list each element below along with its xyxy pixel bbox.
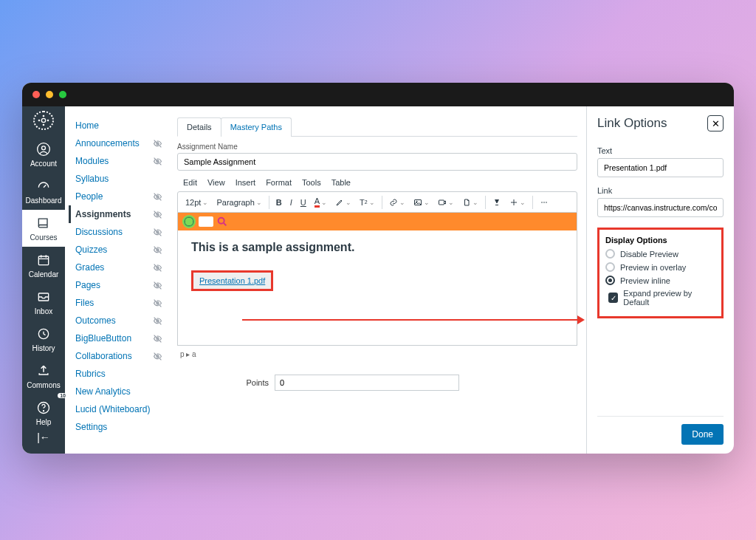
highlighted-link-box: Presentation 1.pdf bbox=[191, 270, 273, 291]
nav-label: Commons bbox=[27, 381, 61, 389]
link-icon[interactable] bbox=[386, 196, 408, 208]
svg-point-27 bbox=[513, 202, 515, 203]
file-link[interactable]: Presentation 1.pdf bbox=[199, 276, 265, 285]
course-nav-item[interactable]: Quizzes bbox=[75, 241, 168, 259]
collapse-nav-icon[interactable]: |← bbox=[37, 431, 50, 454]
apps-icon[interactable] bbox=[506, 196, 529, 208]
element-path[interactable]: p ▸ a bbox=[177, 350, 577, 358]
editor-menu-item[interactable]: Insert bbox=[236, 178, 256, 187]
nav-courses[interactable]: Courses bbox=[22, 210, 65, 247]
italic-icon[interactable]: I bbox=[287, 196, 295, 208]
course-nav-item[interactable]: BigBlueButton bbox=[75, 329, 168, 347]
hidden-eye-icon bbox=[153, 192, 162, 202]
underline-icon[interactable]: U bbox=[298, 196, 309, 208]
nav-account[interactable]: Account bbox=[22, 136, 65, 173]
editor-menu-item[interactable]: Table bbox=[331, 178, 351, 187]
window-minimize-icon[interactable] bbox=[46, 91, 53, 98]
document-icon[interactable] bbox=[459, 196, 481, 208]
radio-icon bbox=[605, 276, 615, 285]
course-nav-item[interactable]: Home bbox=[75, 117, 168, 134]
course-nav-label: Collaborations bbox=[75, 351, 132, 361]
done-button[interactable]: Done bbox=[681, 424, 724, 445]
link-text-input[interactable] bbox=[597, 158, 724, 177]
annotation-arrow-head bbox=[577, 315, 585, 324]
clear-format-icon[interactable] bbox=[489, 196, 504, 208]
window-close-icon[interactable] bbox=[32, 91, 40, 98]
course-nav-item[interactable]: Assignments bbox=[69, 205, 168, 223]
editor-content[interactable]: This is a sample assignment. Presentatio… bbox=[178, 230, 577, 301]
course-nav-label: Files bbox=[75, 298, 94, 308]
course-nav-item[interactable]: Modules bbox=[75, 152, 168, 170]
link-url-input[interactable] bbox=[597, 198, 724, 217]
course-nav-item[interactable]: Settings bbox=[75, 418, 168, 436]
option-expand-default[interactable]: ✓ Expand preview by Default bbox=[608, 289, 715, 307]
tab-mastery-paths[interactable]: Mastery Paths bbox=[221, 117, 292, 137]
option-preview-inline[interactable]: Preview inline bbox=[605, 276, 715, 285]
course-nav-label: Discussions bbox=[75, 227, 123, 237]
course-nav-item[interactable]: Grades bbox=[75, 259, 168, 276]
course-nav-item[interactable]: Files bbox=[75, 294, 168, 312]
nav-history[interactable]: History bbox=[22, 321, 65, 358]
hidden-eye-icon bbox=[153, 139, 162, 148]
more-icon[interactable] bbox=[537, 196, 551, 208]
window-titlebar bbox=[22, 83, 734, 106]
checkbox-icon: ✓ bbox=[608, 293, 618, 303]
course-nav-label: Rubrics bbox=[75, 369, 106, 379]
course-nav-item[interactable]: Collaborations bbox=[75, 347, 168, 365]
block-format-dropdown[interactable]: Paragraph bbox=[213, 196, 264, 208]
separator bbox=[269, 196, 269, 209]
editor-body[interactable]: This is a sample assignment. Presentatio… bbox=[177, 213, 577, 346]
course-nav-item[interactable]: Announcements bbox=[75, 134, 168, 152]
course-nav-label: BigBlueButton bbox=[75, 333, 131, 344]
main-content: Details Mastery Paths Assignment Name Ed… bbox=[168, 106, 586, 454]
assignment-name-input[interactable] bbox=[177, 153, 577, 171]
editor-menu-item[interactable]: View bbox=[207, 178, 225, 187]
nav-commons[interactable]: Commons bbox=[22, 358, 65, 394]
svg-point-3 bbox=[38, 120, 39, 120]
nav-dashboard[interactable]: Dashboard bbox=[22, 173, 65, 210]
nav-label: Inbox bbox=[35, 307, 52, 315]
course-nav-label: Pages bbox=[75, 280, 100, 290]
course-nav-item[interactable]: Lucid (Whiteboard) bbox=[75, 400, 168, 418]
panel-title: Link Options bbox=[597, 116, 667, 131]
svg-point-4 bbox=[47, 120, 48, 120]
user-circle-icon bbox=[35, 141, 52, 157]
nav-inbox[interactable]: Inbox bbox=[22, 284, 65, 321]
option-disable-preview[interactable]: Disable Preview bbox=[605, 249, 715, 259]
option-preview-overlay[interactable]: Preview in overlay bbox=[605, 262, 715, 272]
assignment-heading: This is a sample assignment. bbox=[191, 241, 563, 254]
course-nav-item[interactable]: New Analytics bbox=[75, 383, 168, 400]
nav-label: History bbox=[32, 344, 55, 352]
option-label: Preview in overlay bbox=[620, 263, 686, 272]
window-maximize-icon[interactable] bbox=[59, 91, 66, 98]
media-icon[interactable] bbox=[435, 196, 457, 208]
nav-calendar[interactable]: Calendar bbox=[22, 247, 65, 284]
calendar-icon bbox=[35, 252, 52, 268]
font-size-dropdown[interactable]: 12pt bbox=[182, 196, 211, 208]
tab-details[interactable]: Details bbox=[177, 117, 221, 137]
course-nav-item[interactable]: People bbox=[75, 188, 168, 205]
radio-icon bbox=[605, 249, 615, 259]
nav-help[interactable]: 10 Help bbox=[22, 394, 65, 431]
bold-icon[interactable]: B bbox=[273, 196, 285, 208]
editor-menu-item[interactable]: Tools bbox=[302, 178, 321, 187]
text-color-icon[interactable]: A bbox=[312, 195, 330, 209]
editor-menu-item[interactable]: Format bbox=[266, 178, 292, 187]
option-label: Disable Preview bbox=[620, 250, 678, 259]
course-nav-item[interactable]: Rubrics bbox=[75, 365, 168, 383]
svg-point-29 bbox=[543, 202, 545, 203]
close-panel-button[interactable]: ✕ bbox=[707, 115, 724, 131]
points-input[interactable] bbox=[275, 375, 459, 391]
highlight-color-icon[interactable] bbox=[332, 196, 354, 208]
global-nav: Account Dashboard Courses Calendar Inbox… bbox=[22, 106, 65, 454]
nav-label: Courses bbox=[30, 233, 57, 242]
course-nav-item[interactable]: Syllabus bbox=[75, 170, 168, 188]
image-icon[interactable] bbox=[410, 196, 433, 208]
editor-toolbar: 12pt Paragraph B I U A T2 bbox=[177, 191, 577, 213]
superscript-icon[interactable]: T2 bbox=[357, 196, 378, 208]
editor-menu-item[interactable]: Edit bbox=[183, 178, 197, 187]
course-nav-item[interactable]: Pages bbox=[75, 276, 168, 294]
course-nav-item[interactable]: Outcomes bbox=[75, 312, 168, 329]
course-nav-item[interactable]: Discussions bbox=[75, 223, 168, 241]
canvas-logo-icon[interactable] bbox=[33, 111, 54, 130]
